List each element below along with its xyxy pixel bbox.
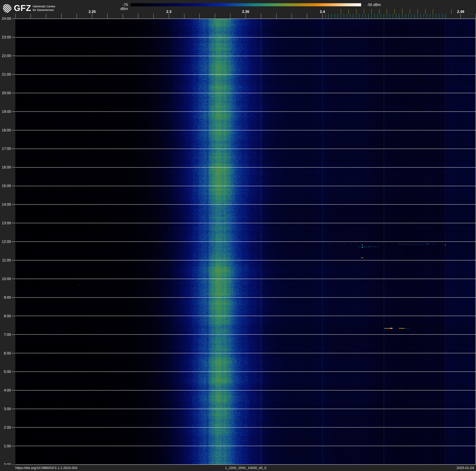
- ble-channel-tick: [411, 14, 412, 18]
- ble-channel-tick: [387, 14, 387, 18]
- wifi-channel-tick: [410, 9, 410, 14]
- freq-tick: [153, 14, 154, 18]
- freq-tick: [307, 14, 307, 18]
- freq-label: 2.49: [457, 10, 464, 14]
- ble-channel-tick: [374, 14, 375, 18]
- ble-channel-tick: [390, 14, 390, 18]
- time-tick: [12, 167, 15, 167]
- footer-bar: https://doi.org/10.5880/GFZ.1.2.2024.003…: [0, 465, 476, 471]
- ble-channel-tick: [325, 14, 326, 18]
- freq-label: 2.3: [166, 10, 171, 14]
- time-tick: [12, 74, 15, 74]
- time-label: 18:00: [2, 128, 11, 132]
- time-label: 6:00: [4, 351, 11, 355]
- freq-tick: [138, 14, 138, 18]
- ble-channel-tick: [445, 14, 445, 18]
- ble-channel-tick: [353, 14, 353, 18]
- ble-channel-tick: [418, 14, 418, 18]
- time-label: 17:00: [2, 147, 11, 151]
- ble-channel-tick: [396, 14, 396, 18]
- wifi-channel-tick: [364, 9, 364, 14]
- ble-channel-tick: [424, 14, 424, 18]
- time-axis: 24:0023:0022:0021:0020:0019:0018:0017:00…: [0, 0, 15, 471]
- dataset-name: 1_2200_2500_10000_40_0: [225, 466, 266, 470]
- wifi-channel-tick: [341, 9, 341, 14]
- ble-channel-tick: [344, 14, 344, 18]
- ble-channel-tick: [405, 14, 406, 18]
- ble-channel-tick: [436, 14, 436, 18]
- time-tick: [12, 334, 15, 335]
- time-tick: [12, 446, 15, 446]
- time-label: 2:00: [4, 425, 11, 430]
- ble-channel-tick: [350, 14, 350, 18]
- wifi-channel-tick: [387, 9, 387, 14]
- time-label: 8:00: [4, 314, 11, 318]
- ble-channel-tick: [408, 14, 408, 18]
- time-tick: [12, 316, 15, 316]
- time-label: 5:00: [4, 370, 11, 374]
- ble-channel-tick: [427, 14, 427, 18]
- wifi-channel-tick: [402, 9, 402, 14]
- ble-channel-tick: [430, 14, 430, 18]
- wifi-channel-tick: [379, 9, 379, 14]
- time-tick: [12, 223, 15, 223]
- time-label: 21:00: [2, 72, 11, 76]
- time-label: 1:00: [4, 444, 11, 448]
- freq-tick: [460, 14, 461, 18]
- time-label: 15:00: [2, 184, 11, 188]
- ble-channel-tick: [359, 14, 359, 18]
- ble-channel-tick: [399, 14, 399, 18]
- time-tick: [12, 204, 15, 205]
- ble-channel-tick: [381, 14, 381, 18]
- doi-link: https://doi.org/10.5880/GFZ.1.2.2024.003: [15, 466, 77, 470]
- freq-tick: [46, 14, 46, 18]
- time-tick: [12, 56, 15, 56]
- wifi-channel-tick: [372, 9, 372, 14]
- ble-channel-tick: [328, 14, 329, 18]
- time-label: 22:00: [2, 54, 11, 58]
- freq-label: 2.35: [242, 10, 249, 14]
- time-tick: [12, 390, 15, 390]
- time-label: 11:00: [2, 258, 11, 262]
- date-label: 2025-01-24: [457, 466, 474, 470]
- time-label: 16:00: [2, 165, 11, 169]
- freq-tick: [200, 14, 200, 18]
- time-label: 19:00: [2, 109, 11, 114]
- ble-channel-tick: [368, 14, 369, 18]
- ble-channel-tick: [442, 14, 442, 18]
- wifi-channel-tick: [356, 9, 357, 14]
- ble-channel-tick: [378, 14, 378, 18]
- freq-tick: [31, 14, 31, 18]
- freq-tick: [276, 14, 276, 18]
- time-label: 3:00: [4, 407, 11, 411]
- time-tick: [12, 427, 15, 428]
- freq-label: 2.25: [89, 10, 96, 14]
- time-tick: [12, 241, 15, 242]
- ble-channel-tick: [402, 14, 402, 18]
- time-label: 20:00: [2, 91, 11, 95]
- frequency-axis: 2.252.32.352.42.49: [15, 0, 476, 18]
- freq-tick: [215, 14, 215, 18]
- freq-tick: [169, 14, 169, 18]
- freq-tick: [322, 14, 323, 18]
- freq-tick: [107, 14, 108, 18]
- time-tick: [12, 279, 15, 279]
- ble-channel-tick: [439, 14, 439, 18]
- wifi-channel-tick: [425, 9, 425, 14]
- ble-channel-tick: [332, 14, 332, 18]
- ble-channel-tick: [421, 14, 421, 18]
- spectrogram-canvas: [15, 18, 476, 465]
- time-tick: [12, 130, 15, 130]
- time-label: 24:00: [2, 17, 11, 21]
- ble-channel-tick: [433, 14, 433, 18]
- freq-tick: [92, 14, 92, 18]
- time-tick: [12, 93, 15, 93]
- time-tick: [12, 260, 15, 260]
- ble-channel-tick: [384, 14, 384, 18]
- time-label: 9:00: [4, 295, 11, 299]
- ble-channel-tick: [365, 14, 366, 18]
- freq-tick: [246, 14, 246, 18]
- time-tick: [12, 148, 15, 149]
- time-label: 7:00: [4, 332, 11, 337]
- ble-channel-tick: [414, 14, 415, 18]
